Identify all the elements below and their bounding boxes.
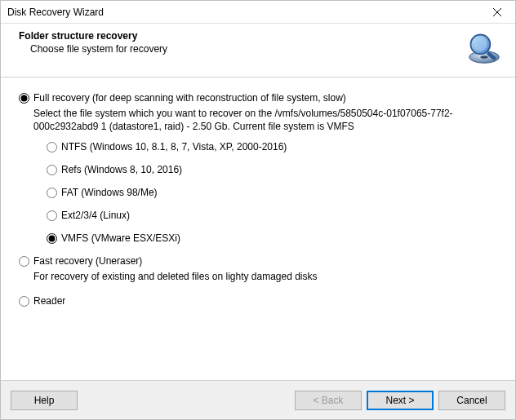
- wizard-header: Folder structure recovery Choose file sy…: [1, 24, 515, 77]
- cancel-button[interactable]: Cancel: [438, 391, 505, 410]
- fs-fat-radio[interactable]: FAT (Windows 98/Me): [47, 187, 497, 198]
- close-icon: [493, 8, 501, 16]
- fs-fat-label: FAT (Windows 98/Me): [61, 187, 158, 198]
- wizard-content: Full recovery (for deep scanning with re…: [1, 77, 515, 380]
- window-title: Disk Recovery Wizard: [7, 7, 104, 18]
- wizard-window: Disk Recovery Wizard Folder structure re…: [0, 0, 516, 420]
- mode-reader-radio[interactable]: Reader: [19, 295, 497, 307]
- fs-ntfs-radio[interactable]: NTFS (Windows 10, 8.1, 8, 7, Vista, XP, …: [47, 141, 497, 153]
- mode-full-radio[interactable]: Full recovery (for deep scanning with re…: [19, 92, 497, 104]
- fs-vmfs-input[interactable]: [47, 233, 57, 244]
- fs-ntfs-label: NTFS (Windows 10, 8.1, 8, 7, Vista, XP, …: [61, 141, 287, 153]
- mode-reader-input[interactable]: [19, 296, 29, 307]
- fs-refs-label: Refs (Windows 8, 10, 2016): [61, 164, 182, 175]
- fs-refs-input[interactable]: [47, 165, 57, 175]
- back-button[interactable]: < Back: [295, 391, 362, 410]
- filesystem-options: NTFS (Windows 10, 8.1, 8, 7, Vista, XP, …: [47, 141, 497, 244]
- fs-fat-input[interactable]: [47, 188, 57, 198]
- svg-point-3: [480, 55, 487, 59]
- fs-vmfs-radio[interactable]: VMFS (VMware ESX/ESXi): [47, 232, 497, 244]
- next-button[interactable]: Next >: [367, 391, 434, 410]
- mode-full-description: Select the file system which you want to…: [33, 107, 497, 133]
- mode-full-block: Full recovery (for deep scanning with re…: [19, 92, 497, 244]
- mode-fast-label: Fast recovery (Uneraser): [33, 255, 142, 267]
- mode-fast-radio[interactable]: Fast recovery (Uneraser): [19, 255, 497, 267]
- help-button[interactable]: Help: [11, 391, 78, 410]
- fs-ext-label: Ext2/3/4 (Linux): [61, 210, 130, 221]
- mode-fast-input[interactable]: [19, 256, 29, 267]
- mode-fast-block: Fast recovery (Uneraser) For recovery of…: [19, 255, 497, 283]
- mode-full-label: Full recovery (for deep scanning with re…: [33, 92, 346, 104]
- magnifier-disk-icon: [466, 30, 502, 69]
- mode-full-input[interactable]: [19, 93, 29, 104]
- titlebar: Disk Recovery Wizard: [1, 1, 515, 24]
- header-text: Folder structure recovery Choose file sy…: [19, 30, 167, 55]
- page-title: Folder structure recovery: [19, 30, 167, 42]
- fs-vmfs-label: VMFS (VMware ESX/ESXi): [61, 232, 180, 244]
- fs-ext-radio[interactable]: Ext2/3/4 (Linux): [47, 210, 497, 221]
- page-subtitle: Choose file system for recovery: [30, 43, 167, 55]
- mode-fast-description: For recovery of existing and deleted fil…: [33, 270, 497, 283]
- fs-ext-input[interactable]: [47, 210, 57, 221]
- wizard-footer: Help < Back Next > Cancel: [1, 380, 515, 419]
- svg-point-5: [474, 38, 487, 51]
- fs-refs-radio[interactable]: Refs (Windows 8, 10, 2016): [47, 164, 497, 175]
- close-button[interactable]: [479, 1, 515, 24]
- mode-reader-label: Reader: [33, 295, 65, 307]
- mode-reader-block: Reader: [19, 295, 497, 307]
- fs-ntfs-input[interactable]: [47, 142, 57, 153]
